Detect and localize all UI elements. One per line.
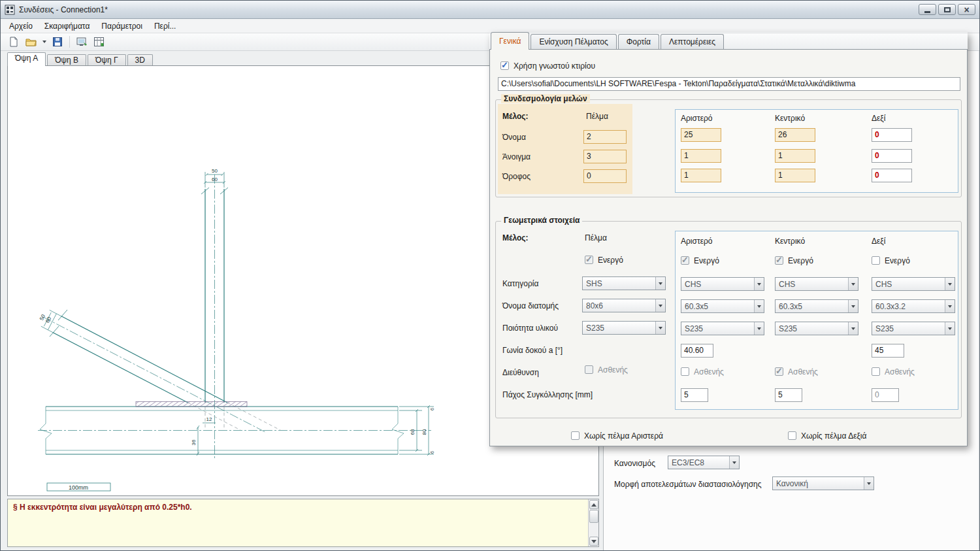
center-category-value: CHS: [776, 280, 848, 289]
left-weld-field[interactable]: 5: [681, 388, 708, 402]
no-flange-right-checkbox[interactable]: [788, 431, 796, 440]
center-span-field[interactable]: 1: [775, 149, 815, 163]
chevron-down-icon: [864, 477, 874, 490]
center-weld-field[interactable]: 5: [775, 388, 802, 402]
scrollbar-thumb[interactable]: [589, 510, 598, 523]
center-weak-checkbox[interactable]: [775, 367, 783, 376]
center-active-checkbox[interactable]: [775, 256, 783, 265]
dim-top-inner: 50: [212, 168, 218, 174]
center-category-select[interactable]: CHS: [775, 277, 858, 291]
left-active-checkbox[interactable]: [681, 256, 689, 265]
building-path-input[interactable]: C:\Users\sofial\Documents\LH SOFTWARE\Fe…: [498, 77, 960, 91]
view-tabs: Όψη Α Όψη Β Όψη Γ 3D: [7, 53, 154, 66]
scroll-up-button[interactable]: [589, 500, 598, 509]
right-active-checkbox[interactable]: [872, 256, 880, 265]
close-icon: ×: [964, 5, 969, 14]
tab-loads[interactable]: Φορτία: [618, 34, 659, 50]
right-category-value: CHS: [872, 280, 945, 289]
no-flange-left-checkbox[interactable]: [571, 431, 580, 440]
right-angle-field[interactable]: 45: [872, 344, 904, 358]
chevron-down-icon: [945, 278, 955, 290]
tab-flange-reinforcement[interactable]: Ενίσχυση Πέλματος: [531, 34, 616, 50]
center-storey-field[interactable]: 1: [775, 169, 815, 182]
right-weld-field[interactable]: 0: [872, 388, 899, 402]
tab-general[interactable]: Γενικά: [491, 32, 529, 50]
window-controls: ×: [919, 4, 975, 15]
pelma-category-select[interactable]: SHS: [582, 276, 666, 290]
center-section-select[interactable]: 60.3x5: [775, 299, 858, 313]
right-weak-checkbox[interactable]: [872, 367, 880, 376]
pelma-weak-checkbox[interactable]: [585, 365, 593, 374]
open-file-button[interactable]: [23, 35, 39, 49]
left-category-select[interactable]: CHS: [681, 277, 764, 291]
connectivity-title: Συνδεσμολογία μελών: [501, 94, 590, 103]
diagonal-member-break: [50, 310, 67, 337]
titlebar[interactable]: Συνδέσεις - Connection1* ×: [1, 1, 979, 19]
export-picture-button[interactable]: [74, 35, 90, 49]
maximize-button[interactable]: [938, 4, 956, 15]
pelma-storey-field[interactable]: 0: [583, 169, 627, 183]
tab-view-b[interactable]: Όψη Β: [47, 54, 86, 66]
dim-chord-inner: 68: [410, 429, 416, 435]
right-category-select[interactable]: CHS: [872, 277, 955, 291]
tab-view-a[interactable]: Όψη Α: [7, 52, 46, 66]
left-span-field[interactable]: 1: [681, 149, 721, 163]
panel-body: Χρήση γνωστού κτιρίου C:\Users\sofial\Do…: [489, 49, 968, 446]
app-icon: [5, 5, 15, 15]
save-button[interactable]: [50, 35, 65, 49]
tab-details[interactable]: Λεπτομέρειες: [661, 34, 724, 50]
left-category-value: CHS: [681, 280, 754, 289]
pelma-material-select[interactable]: S235: [582, 321, 666, 335]
center-name-field[interactable]: 26: [775, 128, 815, 142]
pelma-weak-label: Ασθενής: [598, 365, 628, 375]
new-file-button[interactable]: [6, 35, 22, 49]
tab-view-c-label: Όψη Γ: [95, 56, 118, 65]
left-active-label: Ενεργό: [694, 256, 719, 265]
connection-panel: Γενικά Ενίσχυση Πέλματος Φορτία Λεπτομέρ…: [489, 32, 968, 446]
right-storey-field[interactable]: 0: [872, 169, 912, 182]
toolbar-separator: [69, 36, 70, 48]
message-area: § Η εκκεντρότητα είναι μεγαλύτερη από 0.…: [7, 499, 599, 547]
menu-about[interactable]: Περί...: [148, 20, 182, 33]
right-name-field[interactable]: 0: [872, 128, 912, 142]
center-material-select[interactable]: S235: [775, 322, 858, 335]
pelma-span-field[interactable]: 3: [583, 150, 627, 163]
left-weak-checkbox[interactable]: [681, 367, 689, 376]
known-building-checkbox[interactable]: [500, 61, 509, 70]
connectivity-members-box: Αριστερό Κεντρικό Δεξί 25 26 0 1 1 0 1 1…: [675, 109, 958, 193]
left-name-field[interactable]: 25: [681, 128, 721, 142]
chevron-down-icon: [754, 278, 764, 290]
close-button[interactable]: ×: [958, 4, 975, 15]
left-angle-field[interactable]: 40.60: [681, 344, 713, 358]
chevron-down-icon: [945, 300, 955, 312]
menu-file[interactable]: Αρχείο: [3, 20, 39, 33]
right-material-value: S235: [872, 324, 945, 333]
minimize-button[interactable]: [919, 4, 936, 15]
calculation-sheet-button[interactable]: [91, 35, 106, 49]
pelma-section-select[interactable]: 80x6: [582, 299, 666, 312]
pelma-name-field[interactable]: 2: [583, 130, 627, 144]
col-center-header: Κεντρικό: [775, 114, 805, 123]
result-format-select[interactable]: Κανονική: [772, 476, 874, 490]
left-section-select[interactable]: 60.3x5: [681, 299, 764, 313]
dim-gap: 12: [206, 416, 212, 422]
open-folder-icon: [25, 36, 37, 48]
chevron-down-icon: [655, 299, 665, 312]
menu-parameters[interactable]: Παράμετροι: [95, 20, 148, 33]
right-section-select[interactable]: 60.3x3.2: [872, 299, 955, 313]
right-active-label: Ενεργό: [885, 256, 910, 265]
right-span-field[interactable]: 0: [872, 149, 912, 163]
menu-sketches[interactable]: Σκαριφήματα: [39, 20, 96, 33]
message-scrollbar[interactable]: [588, 499, 598, 546]
scroll-down-button[interactable]: [589, 537, 598, 546]
left-storey-field[interactable]: 1: [681, 169, 721, 182]
open-dropdown-button[interactable]: [40, 35, 48, 49]
regulation-select[interactable]: EC3/EC8: [668, 456, 740, 469]
right-material-select[interactable]: S235: [872, 322, 955, 335]
left-material-select[interactable]: S235: [681, 322, 764, 335]
tab-view-3d[interactable]: 3D: [127, 54, 153, 66]
new-file-icon: [8, 36, 20, 48]
pelma-active-checkbox[interactable]: [585, 256, 593, 264]
dim-chord-outer: 80: [421, 429, 427, 435]
tab-view-c[interactable]: Όψη Γ: [88, 54, 125, 66]
